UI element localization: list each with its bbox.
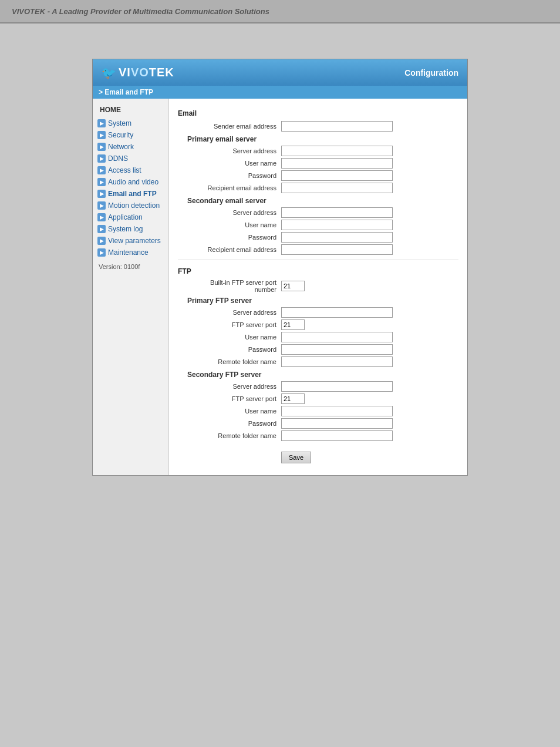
sidebar-item-application[interactable]: ▶ Application — [93, 211, 168, 223]
primary-ftp-user-label: User name — [187, 334, 281, 341]
save-button[interactable]: Save — [281, 452, 311, 463]
breadcrumb: > Email and FTP — [93, 86, 467, 99]
primary-server-address-label: Server address — [187, 147, 281, 154]
arrow-icon: ▶ — [97, 166, 106, 174]
primary-ftp-password-row: Password — [178, 344, 458, 355]
primary-password-row: Password — [178, 170, 458, 181]
sidebar-item-system-log[interactable]: ▶ System log — [93, 223, 168, 235]
secondary-ftp-address-input[interactable] — [281, 381, 393, 392]
sidebar-item-ddns[interactable]: ▶ DDNS — [93, 153, 168, 164]
arrow-icon: ▶ — [97, 248, 106, 257]
logo-area: 🐦 VIVOTEK — [102, 66, 174, 80]
primary-ftp-address-label: Server address — [187, 309, 281, 316]
secondary-ftp-user-row: User name — [178, 406, 458, 416]
sidebar-label-ddns: DDNS — [108, 154, 128, 163]
primary-user-input[interactable] — [281, 158, 393, 169]
sidebar-item-security[interactable]: ▶ Security — [93, 129, 168, 141]
primary-ftp-user-input[interactable] — [281, 332, 393, 342]
arrow-icon: ▶ — [97, 237, 106, 245]
sidebar-item-maintenance[interactable]: ▶ Maintenance — [93, 247, 168, 258]
secondary-ftp-password-input[interactable] — [281, 418, 393, 429]
page-wrapper: 🐦 VIVOTEK Configuration > Email and FTP … — [0, 23, 560, 511]
sidebar-item-motion[interactable]: ▶ Motion detection — [93, 200, 168, 211]
secondary-password-row: Password — [178, 232, 458, 243]
arrow-icon: ▶ — [97, 154, 106, 163]
primary-ftp-port-row: FTP server port — [178, 319, 458, 330]
secondary-server-address-label: Server address — [187, 209, 281, 216]
primary-ftp-password-input[interactable] — [281, 344, 393, 355]
secondary-recipient-label: Recipient email address — [187, 246, 281, 253]
primary-password-input[interactable] — [281, 170, 393, 181]
main-layout: HOME ▶ System ▶ Security ▶ Network ▶ DDN… — [93, 99, 467, 475]
secondary-user-input[interactable] — [281, 220, 393, 230]
secondary-server-address-row: Server address — [178, 207, 458, 218]
secondary-user-row: User name — [178, 220, 458, 230]
secondary-ftp-folder-label: Remote folder name — [187, 432, 281, 439]
primary-ftp-title: Primary FTP server — [178, 297, 458, 305]
secondary-ftp-port-label: FTP server port — [187, 395, 281, 402]
sender-row: Sender email address — [178, 121, 458, 132]
sidebar-item-system[interactable]: ▶ System — [93, 117, 168, 129]
email-section-title: Email — [178, 109, 458, 117]
primary-ftp-port-input[interactable] — [281, 319, 305, 330]
top-bar: VIVOTEK - A Leading Provider of Multimed… — [0, 0, 560, 23]
arrow-icon: ▶ — [97, 131, 106, 139]
app-frame: 🐦 VIVOTEK Configuration > Email and FTP … — [92, 59, 468, 476]
secondary-ftp-user-input[interactable] — [281, 406, 393, 416]
sidebar-label-access-list: Access list — [108, 166, 141, 174]
secondary-email-title: Secondary email server — [178, 197, 458, 205]
content-area: Email Sender email address Primary email… — [169, 99, 467, 475]
sidebar-label-audio-video: Audio and video — [108, 178, 158, 186]
secondary-recipient-input[interactable] — [281, 244, 393, 255]
secondary-ftp-title: Secondary FTP server — [178, 371, 458, 379]
builtin-ftp-input[interactable] — [281, 281, 305, 291]
secondary-user-label: User name — [187, 221, 281, 228]
arrow-icon: ▶ — [97, 225, 106, 233]
logo-bird-icon: 🐦 — [102, 66, 116, 80]
primary-ftp-folder-input[interactable] — [281, 356, 393, 367]
secondary-ftp-port-row: FTP server port — [178, 393, 458, 404]
secondary-ftp-port-input[interactable] — [281, 393, 305, 404]
app-header: 🐦 VIVOTEK Configuration — [93, 59, 467, 86]
builtin-ftp-row: Built-in FTP server port number — [178, 279, 458, 293]
sidebar-item-email-ftp[interactable]: ▶ Email and FTP — [93, 188, 168, 200]
sidebar-label-security: Security — [108, 131, 133, 139]
sidebar-label-system-log: System log — [108, 225, 143, 233]
sidebar-item-access-list[interactable]: ▶ Access list — [93, 164, 168, 176]
sender-email-input[interactable] — [281, 121, 393, 132]
sidebar-item-audio-video[interactable]: ▶ Audio and video — [93, 176, 168, 188]
sidebar-home[interactable]: HOME — [93, 103, 168, 117]
secondary-ftp-password-row: Password — [178, 418, 458, 429]
primary-ftp-folder-label: Remote folder name — [187, 358, 281, 365]
primary-server-address-input[interactable] — [281, 146, 393, 156]
primary-user-row: User name — [178, 158, 458, 169]
ftp-section-title: FTP — [178, 267, 458, 275]
primary-password-label: Password — [187, 172, 281, 179]
sidebar-item-view-params[interactable]: ▶ View parameters — [93, 235, 168, 247]
sidebar-label-network: Network — [108, 143, 134, 151]
sidebar-label-motion: Motion detection — [108, 201, 160, 210]
builtin-ftp-label: Built-in FTP server port number — [187, 279, 281, 293]
secondary-ftp-folder-input[interactable] — [281, 430, 393, 441]
arrow-icon: ▶ — [97, 213, 106, 221]
secondary-server-address-input[interactable] — [281, 207, 393, 218]
config-label: Configuration — [404, 68, 458, 78]
primary-recipient-input[interactable] — [281, 183, 393, 193]
sender-label: Sender email address — [187, 123, 281, 130]
ftp-section: FTP Built-in FTP server port number Prim… — [178, 260, 458, 463]
sidebar-version: Version: 0100f — [93, 258, 168, 275]
sidebar-label-application: Application — [108, 213, 143, 221]
primary-ftp-password-label: Password — [187, 346, 281, 353]
sidebar-label-email-ftp: Email and FTP — [108, 190, 157, 198]
primary-ftp-address-row: Server address — [178, 307, 458, 318]
sidebar-label-view-params: View parameters — [108, 237, 161, 245]
primary-ftp-address-input[interactable] — [281, 307, 393, 318]
sidebar-item-network[interactable]: ▶ Network — [93, 141, 168, 153]
secondary-password-input[interactable] — [281, 232, 393, 243]
arrow-icon: ▶ — [97, 201, 106, 210]
secondary-ftp-address-row: Server address — [178, 381, 458, 392]
primary-ftp-user-row: User name — [178, 332, 458, 342]
sidebar-label-maintenance: Maintenance — [108, 248, 149, 257]
primary-ftp-folder-row: Remote folder name — [178, 356, 458, 367]
arrow-icon: ▶ — [97, 143, 106, 151]
